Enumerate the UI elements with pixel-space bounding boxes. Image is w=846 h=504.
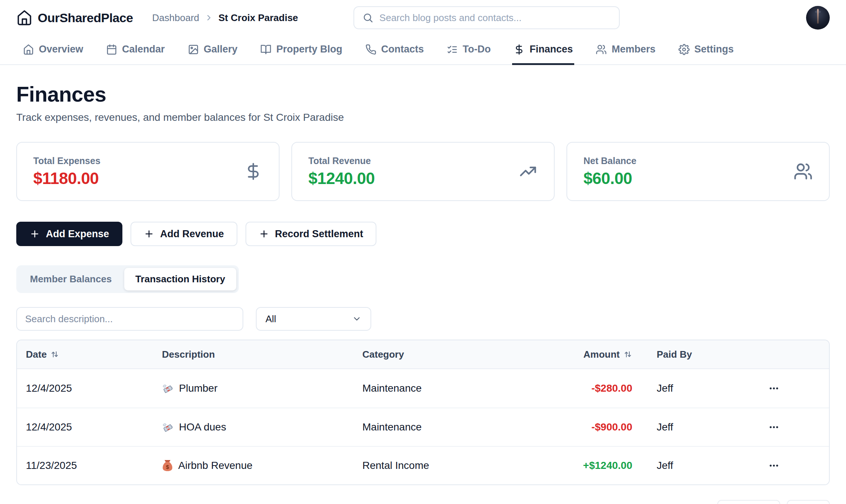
- ellipsis-icon: [768, 383, 779, 394]
- transaction-amount: -$280.00: [494, 382, 634, 394]
- transaction-description: $ Airbnb Revenue: [153, 459, 353, 472]
- row-actions-menu-button[interactable]: [766, 458, 782, 473]
- sort-icon[interactable]: [623, 350, 632, 359]
- transaction-description: Plumber: [153, 382, 353, 394]
- table-row: 11/23/2025 $ Airbnb Revenue Rental Incom…: [17, 446, 829, 484]
- global-search-input[interactable]: [379, 12, 611, 24]
- user-avatar[interactable]: [806, 6, 830, 30]
- dollar-icon: [244, 162, 263, 181]
- app-name: OurSharedPlace: [38, 11, 133, 25]
- tab-member-balances[interactable]: Member Balances: [19, 268, 123, 290]
- ellipsis-icon: [768, 460, 779, 471]
- transaction-category: Maintenance: [353, 382, 494, 394]
- record-settlement-button[interactable]: Record Settlement: [246, 222, 377, 246]
- add-revenue-button[interactable]: Add Revenue: [131, 222, 237, 246]
- stat-value: $1180.00: [33, 169, 101, 188]
- row-actions-menu-button[interactable]: [766, 419, 782, 435]
- breadcrumb-dashboard-link[interactable]: Dashboard: [152, 12, 199, 24]
- nav-tab-property-blog[interactable]: Property Blog: [259, 35, 344, 65]
- sort-icon[interactable]: [50, 350, 59, 359]
- column-header-category: Category: [353, 349, 494, 360]
- view-tabs: Member Balances Transaction History: [16, 265, 239, 293]
- table-row: 12/4/2025 Plumber Maintenance -$280.00 J…: [17, 369, 829, 408]
- transaction-paid-by: Jeff: [634, 460, 745, 471]
- global-search: [353, 6, 620, 29]
- main-nav: Overview Calendar Gallery Property Blog …: [0, 35, 846, 65]
- nav-tab-members[interactable]: Members: [594, 35, 657, 65]
- money-bag-emoji: $: [162, 459, 173, 472]
- nav-tab-settings[interactable]: Settings: [677, 35, 735, 65]
- transaction-amount: +$1240.00: [494, 460, 634, 471]
- stat-cards: Total Expenses $1180.00 Total Revenue $1…: [16, 142, 830, 201]
- transaction-date: 11/23/2025: [17, 460, 153, 471]
- action-buttons: Add Expense Add Revenue Record Settlemen…: [16, 222, 830, 246]
- nav-tab-gallery[interactable]: Gallery: [186, 35, 239, 65]
- chevron-down-icon: [352, 314, 362, 324]
- plus-icon: [144, 229, 154, 239]
- nav-tab-todo[interactable]: To-Do: [445, 35, 492, 65]
- total-revenue-card: Total Revenue $1240.00: [291, 142, 555, 201]
- transaction-paid-by: Jeff: [634, 382, 745, 394]
- row-actions-menu-button[interactable]: [766, 381, 782, 396]
- transaction-description: HOA dues: [153, 421, 353, 433]
- gear-icon: [679, 44, 690, 55]
- transaction-date: 12/4/2025: [17, 382, 153, 394]
- image-icon: [188, 44, 199, 55]
- tab-transaction-history[interactable]: Transaction History: [124, 268, 236, 290]
- plus-icon: [259, 229, 269, 239]
- stat-label: Total Expenses: [33, 156, 101, 166]
- stat-label: Total Revenue: [308, 156, 375, 166]
- money-with-wings-emoji: [162, 421, 174, 433]
- home-icon: [23, 44, 34, 55]
- calendar-icon: [106, 44, 117, 55]
- transaction-category: Maintenance: [353, 421, 494, 433]
- svg-text:$: $: [166, 464, 169, 470]
- total-expenses-card: Total Expenses $1180.00: [16, 142, 280, 201]
- description-search-input[interactable]: [16, 307, 243, 331]
- money-with-wings-emoji: [162, 382, 174, 394]
- category-filter-select[interactable]: All: [256, 307, 371, 331]
- nav-tab-calendar[interactable]: Calendar: [105, 35, 166, 65]
- top-header: OurSharedPlace Dashboard St Croix Paradi…: [0, 0, 846, 35]
- ellipsis-icon: [768, 422, 779, 433]
- phone-icon: [365, 44, 376, 55]
- stat-value: $60.00: [583, 169, 636, 188]
- book-open-icon: [260, 44, 271, 55]
- home-logo-icon: [16, 10, 33, 26]
- pagination: Previous Next: [717, 500, 830, 504]
- users-icon: [793, 162, 813, 181]
- chevron-right-icon: [204, 13, 213, 22]
- table-body: 12/4/2025 Plumber Maintenance -$280.00 J…: [17, 369, 829, 484]
- trending-up-icon: [518, 162, 538, 181]
- app-logo[interactable]: OurSharedPlace: [16, 10, 133, 26]
- stat-label: Net Balance: [583, 156, 636, 166]
- money-with-wings-emoji: [162, 421, 174, 433]
- table-header-row: Date Description Category Amount Paid By: [17, 340, 829, 369]
- breadcrumb: Dashboard St Croix Paradise: [152, 12, 298, 24]
- money-with-wings-emoji: [162, 382, 174, 394]
- table-row: 12/4/2025 HOA dues Maintenance -$900.00 …: [17, 408, 829, 446]
- nav-tab-overview[interactable]: Overview: [21, 35, 85, 65]
- breadcrumb-current: St Croix Paradise: [219, 12, 298, 24]
- transaction-amount: -$900.00: [494, 421, 634, 433]
- transaction-paid-by: Jeff: [634, 421, 745, 433]
- money-bag-emoji: $: [162, 459, 173, 472]
- search-icon: [362, 12, 373, 23]
- dollar-icon: [514, 44, 525, 55]
- previous-page-button[interactable]: Previous: [717, 500, 780, 504]
- transaction-category: Rental Income: [353, 460, 494, 471]
- add-expense-button[interactable]: Add Expense: [16, 222, 122, 246]
- table-footer: Showing 1 to 3 of 3 transactions Previou…: [16, 500, 830, 504]
- filters-row: All: [16, 307, 830, 331]
- next-page-button[interactable]: Next: [787, 500, 830, 504]
- column-header-amount[interactable]: Amount: [494, 349, 634, 360]
- transaction-date: 12/4/2025: [17, 421, 153, 433]
- nav-tab-finances[interactable]: Finances: [512, 35, 574, 65]
- column-header-date[interactable]: Date: [17, 349, 153, 360]
- plus-icon: [30, 229, 40, 239]
- nav-tab-contacts[interactable]: Contacts: [364, 35, 426, 65]
- column-header-paid-by: Paid By: [634, 349, 745, 360]
- page-subtitle: Track expenses, revenues, and member bal…: [16, 112, 830, 123]
- page-title: Finances: [16, 82, 830, 106]
- list-checks-icon: [447, 44, 458, 55]
